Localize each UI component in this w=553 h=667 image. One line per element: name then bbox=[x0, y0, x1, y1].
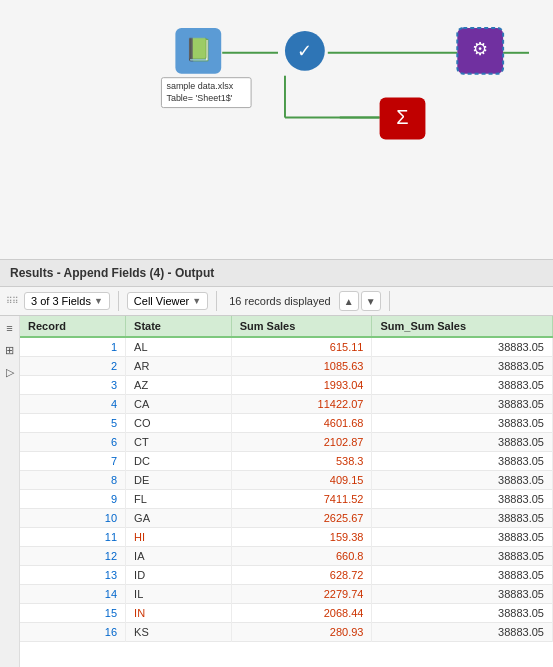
cell-sum-sales: 4601.68 bbox=[231, 414, 372, 433]
sort-icon[interactable]: ≡ bbox=[2, 320, 18, 336]
left-sidebar-icons: ≡ ⊞ ▷ bbox=[0, 316, 20, 667]
cell-record: 11 bbox=[20, 528, 126, 547]
filter-icon[interactable]: ⊞ bbox=[2, 342, 18, 358]
fields-button[interactable]: 3 of 3 Fields ▼ bbox=[24, 292, 110, 310]
cell-sum-sales: 7411.52 bbox=[231, 490, 372, 509]
cell-sum-sum-sales: 38883.05 bbox=[372, 414, 553, 433]
nav-icon[interactable]: ▷ bbox=[2, 364, 18, 380]
cell-record: 13 bbox=[20, 566, 126, 585]
cell-viewer-dropdown-icon: ▼ bbox=[192, 296, 201, 306]
cell-record: 5 bbox=[20, 414, 126, 433]
cell-sum-sum-sales: 38883.05 bbox=[372, 528, 553, 547]
table-row[interactable]: 7 DC 538.3 38883.05 bbox=[20, 452, 553, 471]
toolbar-separator-2 bbox=[216, 291, 217, 311]
svg-text:⚙: ⚙ bbox=[472, 39, 488, 59]
cell-sum-sum-sales: 38883.05 bbox=[372, 566, 553, 585]
cell-sum-sum-sales: 38883.05 bbox=[372, 337, 553, 357]
col-sum-sum-sales: Sum_Sum Sales bbox=[372, 316, 553, 337]
table-row[interactable]: 13 ID 628.72 38883.05 bbox=[20, 566, 553, 585]
cell-record: 3 bbox=[20, 376, 126, 395]
table-row[interactable]: 6 CT 2102.87 38883.05 bbox=[20, 433, 553, 452]
cell-sum-sum-sales: 38883.05 bbox=[372, 376, 553, 395]
cell-state: AL bbox=[126, 337, 232, 357]
table-row[interactable]: 11 HI 159.38 38883.05 bbox=[20, 528, 553, 547]
cell-record: 16 bbox=[20, 623, 126, 642]
cell-record: 8 bbox=[20, 471, 126, 490]
cell-sum-sales: 1085.63 bbox=[231, 357, 372, 376]
cell-sum-sales: 2625.67 bbox=[231, 509, 372, 528]
cell-state: GA bbox=[126, 509, 232, 528]
table-row[interactable]: 14 IL 2279.74 38883.05 bbox=[20, 585, 553, 604]
nav-arrows: ▲ ▼ bbox=[339, 291, 381, 311]
cell-sum-sales: 660.8 bbox=[231, 547, 372, 566]
table-row[interactable]: 12 IA 660.8 38883.05 bbox=[20, 547, 553, 566]
cell-sum-sum-sales: 38883.05 bbox=[372, 357, 553, 376]
cell-viewer-button[interactable]: Cell Viewer ▼ bbox=[127, 292, 208, 310]
cell-sum-sales: 2102.87 bbox=[231, 433, 372, 452]
cell-viewer-label: Cell Viewer bbox=[134, 295, 189, 307]
cell-state: IA bbox=[126, 547, 232, 566]
cell-state: IL bbox=[126, 585, 232, 604]
toolbar-separator-3 bbox=[389, 291, 390, 311]
svg-text:Table= 'Sheet1$': Table= 'Sheet1$' bbox=[166, 93, 232, 103]
cell-sum-sum-sales: 38883.05 bbox=[372, 433, 553, 452]
cell-record: 12 bbox=[20, 547, 126, 566]
cell-record: 4 bbox=[20, 395, 126, 414]
svg-text:✓: ✓ bbox=[297, 41, 312, 61]
svg-text:📗: 📗 bbox=[185, 36, 213, 63]
cell-sum-sum-sales: 38883.05 bbox=[372, 471, 553, 490]
cell-state: FL bbox=[126, 490, 232, 509]
table-row[interactable]: 10 GA 2625.67 38883.05 bbox=[20, 509, 553, 528]
table-row[interactable]: 4 CA 11422.07 38883.05 bbox=[20, 395, 553, 414]
cell-state: IN bbox=[126, 604, 232, 623]
cell-sum-sum-sales: 38883.05 bbox=[372, 547, 553, 566]
table-row[interactable]: 1 AL 615.11 38883.05 bbox=[20, 337, 553, 357]
cell-sum-sales: 159.38 bbox=[231, 528, 372, 547]
cell-record: 6 bbox=[20, 433, 126, 452]
svg-rect-13 bbox=[457, 28, 503, 74]
cell-state: DC bbox=[126, 452, 232, 471]
fields-dropdown-icon: ▼ bbox=[94, 296, 103, 306]
results-title: Results - Append Fields (4) - Output bbox=[10, 266, 214, 280]
cell-state: KS bbox=[126, 623, 232, 642]
cell-sum-sum-sales: 38883.05 bbox=[372, 452, 553, 471]
table-row[interactable]: 3 AZ 1993.04 38883.05 bbox=[20, 376, 553, 395]
table-row[interactable]: 16 KS 280.93 38883.05 bbox=[20, 623, 553, 642]
cell-state: CT bbox=[126, 433, 232, 452]
col-state: State bbox=[126, 316, 232, 337]
table-header-row: Record State Sum Sales Sum_Sum Sales bbox=[20, 316, 553, 337]
cell-sum-sales: 2068.44 bbox=[231, 604, 372, 623]
table-row[interactable]: 2 AR 1085.63 38883.05 bbox=[20, 357, 553, 376]
table-row[interactable]: 9 FL 7411.52 38883.05 bbox=[20, 490, 553, 509]
table-row[interactable]: 15 IN 2068.44 38883.05 bbox=[20, 604, 553, 623]
cell-state: CA bbox=[126, 395, 232, 414]
cell-sum-sales: 2279.74 bbox=[231, 585, 372, 604]
results-header: Results - Append Fields (4) - Output bbox=[0, 260, 553, 287]
table-container: ≡ ⊞ ▷ Record State Sum Sales Sum_Sum Sal… bbox=[0, 316, 553, 667]
svg-text:sample data.xlsx: sample data.xlsx bbox=[166, 81, 233, 91]
nav-down-button[interactable]: ▼ bbox=[361, 291, 381, 311]
cell-record: 10 bbox=[20, 509, 126, 528]
cell-state: CO bbox=[126, 414, 232, 433]
svg-rect-6 bbox=[175, 28, 221, 74]
workflow-canvas[interactable]: 📗 sample data.xlsx Table= 'Sheet1$' ✓ ⚙ … bbox=[0, 0, 553, 260]
cell-sum-sum-sales: 38883.05 bbox=[372, 585, 553, 604]
cell-sum-sum-sales: 38883.05 bbox=[372, 490, 553, 509]
cell-state: AR bbox=[126, 357, 232, 376]
cell-sum-sales: 628.72 bbox=[231, 566, 372, 585]
cell-record: 15 bbox=[20, 604, 126, 623]
results-toolbar: ⠿⠿ 3 of 3 Fields ▼ Cell Viewer ▼ 16 reco… bbox=[0, 287, 553, 316]
table-row[interactable]: 5 CO 4601.68 38883.05 bbox=[20, 414, 553, 433]
table-row[interactable]: 8 DE 409.15 38883.05 bbox=[20, 471, 553, 490]
cell-record: 7 bbox=[20, 452, 126, 471]
cell-sum-sum-sales: 38883.05 bbox=[372, 509, 553, 528]
toolbar-separator-1 bbox=[118, 291, 119, 311]
data-table[interactable]: Record State Sum Sales Sum_Sum Sales 1 A… bbox=[20, 316, 553, 667]
cell-sum-sales: 615.11 bbox=[231, 337, 372, 357]
cell-record: 9 bbox=[20, 490, 126, 509]
cell-sum-sales: 11422.07 bbox=[231, 395, 372, 414]
cell-state: DE bbox=[126, 471, 232, 490]
nav-up-button[interactable]: ▲ bbox=[339, 291, 359, 311]
drag-handle: ⠿⠿ bbox=[6, 296, 18, 306]
cell-sum-sales: 280.93 bbox=[231, 623, 372, 642]
